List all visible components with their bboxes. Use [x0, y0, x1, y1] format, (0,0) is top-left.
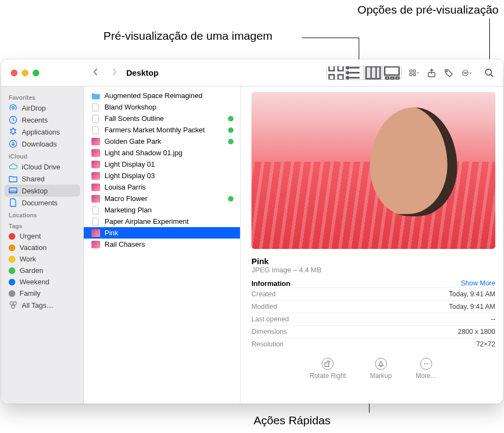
sidebar-item-all-tags[interactable]: All Tags…	[1, 299, 83, 311]
callout-line	[302, 38, 359, 38]
sidebar-item-label: Recents	[22, 116, 48, 124]
info-row: Dimensions2800 x 1800	[251, 325, 495, 338]
callout-quickactions: Ações Rápidas	[254, 414, 330, 427]
traffic-lights	[1, 70, 50, 76]
svg-point-32	[424, 363, 425, 364]
qa-more[interactable]: More…	[416, 358, 437, 380]
zoom-button[interactable]	[33, 70, 39, 76]
file-item[interactable]: Marketing Plan	[84, 204, 240, 216]
view-columns[interactable]	[364, 66, 383, 80]
svg-point-20	[465, 72, 465, 73]
file-item[interactable]: Bland Workshop	[84, 101, 240, 113]
svg-rect-15	[413, 73, 415, 75]
file-item[interactable]: Light Display 03	[84, 170, 240, 181]
sidebar-item-label: AirDrop	[22, 104, 46, 112]
sidebar-header-favorites: Favorites	[1, 91, 83, 102]
sidebar-item-label: Downloads	[22, 140, 57, 148]
file-name: Fall Scents Outline	[105, 114, 164, 123]
file-item[interactable]: Golden Gate Park	[84, 136, 240, 147]
svg-point-34	[427, 363, 428, 364]
close-button[interactable]	[11, 70, 17, 76]
file-item[interactable]: Farmers Market Monthly Packet	[84, 124, 240, 136]
svg-point-23	[12, 107, 14, 109]
file-item[interactable]: Rail Chasers	[84, 239, 240, 250]
sidebar-item-recents[interactable]: Recents	[1, 114, 83, 126]
shared-folder-icon	[9, 174, 17, 183]
sidebar-item-documents[interactable]: Documents	[1, 197, 83, 209]
svg-rect-9	[386, 77, 389, 79]
svg-point-33	[426, 363, 427, 364]
sidebar-item-shared[interactable]: Shared	[1, 173, 83, 185]
image-icon	[91, 229, 100, 237]
sidebar-tag-item[interactable]: Vacation	[1, 242, 83, 253]
file-item[interactable]: Pink	[84, 227, 240, 239]
info-row: Last opened--	[251, 313, 495, 325]
svg-point-29	[13, 302, 16, 305]
file-name: Golden Gate Park	[105, 137, 161, 145]
svg-rect-31	[325, 363, 329, 367]
file-item[interactable]: Paper Airplane Experiment	[84, 216, 240, 227]
file-column: Augmented Space ReimaginedBland Workshop…	[84, 87, 241, 404]
sidebar-item-label: Vacation	[20, 243, 47, 252]
callout-preview: Pré-visualização de uma imagem	[103, 29, 272, 42]
image-icon	[91, 160, 100, 169]
sidebar-tag-item[interactable]: Weekend	[1, 276, 83, 288]
qa-markup[interactable]: Markup	[370, 358, 392, 380]
search-button[interactable]	[484, 68, 494, 78]
group-menu[interactable]	[409, 68, 419, 78]
tags-button[interactable]	[444, 68, 454, 78]
preview-title: Pink	[251, 257, 495, 266]
sidebar-header-icloud: iCloud	[1, 150, 83, 161]
back-button[interactable]	[93, 68, 99, 78]
file-item[interactable]: Macro Flower	[84, 193, 240, 204]
svg-rect-1	[338, 66, 343, 71]
documents-icon	[9, 198, 17, 207]
forward-button[interactable]	[111, 68, 118, 78]
info-row: CreatedToday, 9:41 AM	[251, 288, 495, 300]
sidebar-tag-item[interactable]: Work	[1, 253, 83, 265]
sidebar-tag-item[interactable]: Family	[1, 288, 83, 299]
info-value: Today, 9:41 AM	[449, 303, 495, 310]
info-value: 72×72	[476, 340, 495, 348]
action-menu[interactable]	[462, 68, 471, 78]
preview-pane: Pink JPEG image – 4.4 MB Information Sho…	[241, 87, 503, 404]
sidebar-item-airdrop[interactable]: AirDrop	[1, 102, 83, 114]
doc-icon	[91, 103, 100, 112]
tag-dot-icon	[9, 256, 15, 263]
finder-window: Desktop Favorites AirDrop Recents Applic…	[1, 59, 503, 404]
file-name: Macro Flower	[105, 194, 147, 203]
sidebar-tag-item[interactable]: Garden	[1, 265, 83, 276]
sidebar-item-label: Documents	[22, 199, 58, 207]
sidebar-item-label: Shared	[22, 175, 45, 183]
tag-green-icon	[228, 116, 233, 121]
qa-rotate-right[interactable]: Rotate Right	[310, 358, 346, 380]
applications-icon	[9, 127, 17, 136]
sidebar-item-applications[interactable]: Applications	[1, 126, 83, 138]
file-item[interactable]: Light Display 01	[84, 158, 240, 170]
info-key: Dimensions	[251, 328, 287, 336]
minimize-button[interactable]	[22, 70, 28, 76]
view-gallery[interactable]	[383, 66, 401, 80]
file-item[interactable]: Augmented Space Reimagined	[84, 90, 240, 101]
file-item[interactable]: Louisa Parris	[84, 181, 240, 193]
sidebar-item-icloud-drive[interactable]: iCloud Drive	[1, 161, 83, 173]
file-item[interactable]: Fall Scents Outline	[84, 113, 240, 124]
image-icon	[91, 149, 100, 157]
file-item[interactable]: Light and Shadow 01.jpg	[84, 147, 240, 158]
view-list[interactable]	[346, 66, 364, 80]
preview-subtitle: JPEG image – 4.4 MB	[251, 266, 495, 274]
info-row: Resolution72×72	[251, 338, 495, 350]
svg-point-6	[347, 77, 349, 79]
sidebar-item-desktop[interactable]: Desktop	[4, 185, 80, 197]
info-key: Last opened	[251, 315, 289, 323]
desktop-icon	[9, 186, 17, 195]
share-button[interactable]	[427, 68, 437, 78]
tag-dot-icon	[9, 279, 15, 285]
show-more-button[interactable]: Show More	[461, 279, 495, 288]
sidebar-tag-item[interactable]: Urgent	[1, 230, 83, 242]
qa-label: More…	[416, 372, 437, 380]
svg-point-21	[466, 72, 466, 73]
tag-green-icon	[228, 127, 233, 133]
view-icons[interactable]	[327, 66, 346, 80]
sidebar-item-downloads[interactable]: Downloads	[1, 138, 83, 150]
